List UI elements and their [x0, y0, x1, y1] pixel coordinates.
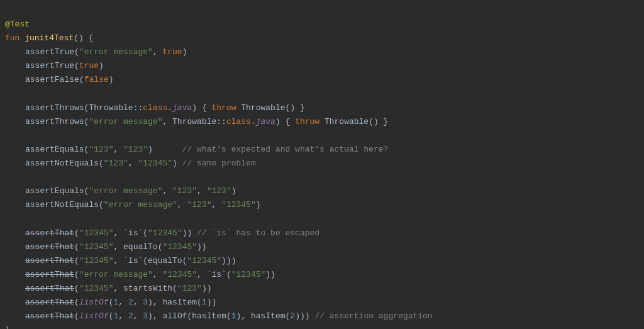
blank-line [5, 212, 644, 226]
line-assert-that-is-equalto: assertThat("12345", `is`(equalTo("12345"… [5, 254, 644, 268]
line-assert-that-allof: assertThat(listOf(1, 2, 3), allOf(hasIte… [5, 309, 644, 323]
line-assert-that-msg: assertThat("error message", "12345", `is… [5, 268, 644, 282]
code-block: @Test fun junit4Test() { assertTrue("err… [0, 0, 644, 329]
blank-line [5, 129, 644, 143]
line-assert-true-msg: assertTrue("error message", true) [5, 45, 644, 59]
blank-line [5, 170, 644, 184]
line-assert-equals-msg: assertEquals("error message", "123", "12… [5, 184, 644, 198]
line-assert-not-equals: assertNotEquals("123", "12345") // same … [5, 157, 644, 170]
line-assert-equals: assertEquals("123", "123") // what's exp… [5, 143, 644, 157]
line-assert-true: assertTrue(true) [5, 59, 644, 73]
line-assert-that-is: assertThat("12345", `is`("12345")) // `i… [5, 226, 644, 240]
line-assert-throws: assertThrows(Throwable::class.java) { th… [5, 101, 644, 115]
line-annotation: @Test [5, 20, 30, 29]
line-assert-false: assertFalse(false) [5, 73, 644, 87]
line-assert-throws-msg: assertThrows("error message", Throwable:… [5, 115, 644, 129]
line-close-brace: } [5, 325, 10, 329]
line-fun-decl: fun junit4Test() { [5, 33, 93, 43]
line-assert-that-startswith: assertThat("12345", startsWith("123")) [5, 282, 644, 296]
blank-line [5, 87, 644, 101]
line-assert-that-equalto: assertThat("12345", equalTo("12345")) [5, 240, 644, 254]
line-assert-not-equals-msg: assertNotEquals("error message", "123", … [5, 198, 644, 212]
line-assert-that-hasitem: assertThat(listOf(1, 2, 3), hasItem(1)) [5, 296, 644, 309]
